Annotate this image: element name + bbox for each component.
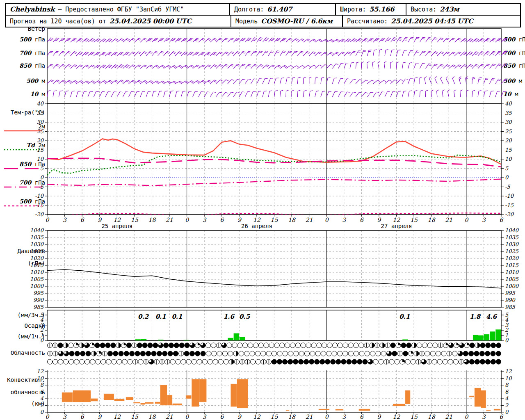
- svg-text:1025: 1025: [30, 248, 44, 254]
- svg-text:26 апреля: 26 апреля: [241, 223, 272, 229]
- svg-text:0: 0: [505, 174, 509, 180]
- svg-text:15: 15: [37, 147, 43, 153]
- svg-text:18: 18: [428, 413, 436, 420]
- svg-text:21: 21: [445, 217, 452, 223]
- svg-text:-10: -10: [35, 193, 44, 199]
- svg-text:40: 40: [37, 100, 44, 107]
- svg-text:18: 18: [288, 217, 296, 223]
- svg-text:2: 2: [505, 402, 509, 409]
- svg-text:1010: 1010: [30, 269, 44, 275]
- svg-text:30: 30: [505, 119, 512, 125]
- svg-text:990: 990: [505, 297, 516, 303]
- svg-text:6: 6: [505, 389, 509, 395]
- svg-text:1040: 1040: [30, 227, 44, 233]
- temperature-panel-grid: [47, 104, 501, 215]
- wind-barbs-row-0: [47, 37, 507, 44]
- svg-text:1020: 1020: [30, 255, 44, 261]
- svg-text:8: 8: [505, 382, 509, 388]
- svg-text:0: 0: [325, 217, 329, 223]
- svg-text:18: 18: [148, 413, 156, 420]
- svg-text:1020: 1020: [505, 255, 519, 261]
- svg-text:3: 3: [482, 217, 486, 223]
- svg-text:30: 30: [37, 119, 44, 125]
- svg-text:-15: -15: [35, 202, 44, 208]
- svg-text:995: 995: [33, 290, 44, 296]
- svg-text:12: 12: [253, 217, 261, 223]
- svg-text:10: 10: [37, 375, 44, 381]
- wind-barbs-row-3: [47, 76, 507, 86]
- svg-text:10: 10: [37, 156, 44, 162]
- svg-text:10: 10: [505, 375, 512, 381]
- svg-text:0: 0: [46, 413, 50, 420]
- svg-text:1025: 1025: [505, 248, 519, 254]
- svg-text:1.8: 1.8: [470, 313, 481, 320]
- svg-text:12: 12: [393, 217, 401, 223]
- svg-text:5: 5: [40, 312, 44, 318]
- svg-text:3: 3: [63, 413, 67, 420]
- svg-text:1015: 1015: [505, 262, 519, 268]
- svg-text:5: 5: [505, 165, 509, 171]
- svg-text:15: 15: [410, 217, 418, 223]
- svg-text:3: 3: [342, 413, 346, 420]
- svg-text:20: 20: [37, 137, 44, 144]
- svg-text:1005: 1005: [30, 276, 44, 282]
- svg-text:6: 6: [220, 413, 224, 420]
- svg-text:6: 6: [500, 413, 504, 420]
- svg-text:1010: 1010: [505, 269, 519, 275]
- convective-bars: [62, 379, 501, 411]
- svg-text:2: 2: [40, 402, 44, 409]
- svg-text:21: 21: [166, 413, 173, 420]
- svg-text:1000: 1000: [30, 283, 44, 289]
- svg-text:12: 12: [393, 413, 401, 420]
- svg-text:1030: 1030: [30, 241, 44, 247]
- precip-panel-grid: [65, 310, 484, 340]
- svg-text:9: 9: [237, 217, 242, 223]
- svg-text:21: 21: [306, 413, 313, 420]
- svg-text:0.5: 0.5: [239, 313, 251, 320]
- svg-text:9: 9: [98, 217, 102, 223]
- svg-text:4.6: 4.6: [486, 313, 498, 320]
- svg-text:9: 9: [98, 413, 102, 420]
- svg-text:15: 15: [505, 147, 512, 153]
- svg-text:12: 12: [113, 413, 121, 420]
- svg-text:3: 3: [203, 217, 207, 223]
- wind-barbs-row-4: [47, 90, 506, 98]
- svg-text:0: 0: [325, 413, 329, 420]
- svg-text:25 апреля: 25 апреля: [101, 223, 132, 229]
- svg-text:21: 21: [166, 217, 173, 223]
- svg-text:20: 20: [505, 137, 512, 144]
- svg-text:12: 12: [505, 368, 512, 374]
- svg-text:6: 6: [80, 413, 84, 420]
- svg-text:0: 0: [40, 409, 44, 415]
- svg-text:1.6: 1.6: [224, 313, 235, 320]
- svg-text:-5: -5: [505, 184, 510, 190]
- svg-text:3: 3: [482, 413, 486, 420]
- svg-text:0: 0: [464, 413, 468, 420]
- svg-text:18: 18: [148, 217, 156, 223]
- svg-text:-15: -15: [505, 202, 514, 208]
- svg-text:27 апреля: 27 апреля: [381, 223, 412, 229]
- svg-text:5: 5: [40, 165, 44, 171]
- svg-text:6: 6: [360, 413, 364, 420]
- precip-bars: [135, 329, 501, 340]
- svg-text:4: 4: [40, 395, 44, 402]
- svg-text:18: 18: [428, 217, 436, 223]
- meteogram-page: Chelyabinsk — Предоставлено ФГБУ "ЗапСиб…: [0, 0, 525, 420]
- wind-barbs-row-1: [47, 49, 507, 58]
- svg-text:15: 15: [271, 413, 278, 420]
- svg-text:6: 6: [80, 217, 84, 223]
- svg-text:-20: -20: [35, 211, 44, 217]
- svg-text:5: 5: [505, 312, 509, 318]
- svg-text:25: 25: [505, 128, 512, 135]
- svg-text:-10: -10: [505, 193, 514, 199]
- svg-text:21: 21: [306, 217, 313, 223]
- svg-text:35: 35: [37, 110, 43, 116]
- svg-text:15: 15: [271, 217, 278, 223]
- svg-text:-20: -20: [505, 211, 514, 217]
- svg-text:10: 10: [505, 156, 512, 162]
- svg-text:6: 6: [360, 217, 364, 223]
- cloudiness-symbols: [47, 343, 501, 364]
- svg-text:6: 6: [40, 389, 44, 395]
- svg-text:6: 6: [220, 217, 224, 223]
- svg-text:12: 12: [113, 217, 121, 223]
